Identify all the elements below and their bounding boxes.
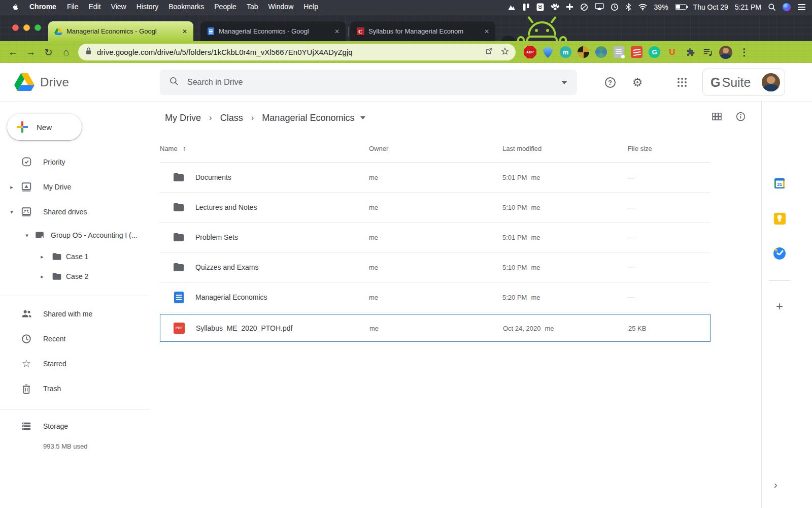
bars-status-icon[interactable] <box>523 2 530 12</box>
wifi-status-icon[interactable] <box>638 2 648 12</box>
search-options-caret-icon[interactable] <box>561 78 568 87</box>
google-keep-icon[interactable] <box>773 212 786 225</box>
open-in-new-icon[interactable] <box>485 47 493 57</box>
time-machine-status-icon[interactable] <box>611 2 619 12</box>
breadcrumb-class[interactable]: Class <box>220 113 243 123</box>
gold-coin-extension-icon[interactable] <box>577 46 590 58</box>
tab-close-icon[interactable]: ✕ <box>181 28 188 35</box>
circle-slash-status-icon[interactable] <box>580 2 588 12</box>
forward-button[interactable]: → <box>22 44 40 61</box>
sidebar-item-my-drive[interactable]: ▸ My Drive <box>0 174 150 199</box>
search-icon[interactable] <box>169 76 179 88</box>
sort-by-name-header[interactable]: Name↑ <box>160 144 186 152</box>
file-size-header[interactable]: File size <box>628 144 652 152</box>
notes-extension-icon[interactable] <box>613 46 625 58</box>
spotlight-icon[interactable] <box>768 2 776 12</box>
file-row-managerial-economics-doc[interactable]: Managerial Economics me 5:20 PMme — <box>160 282 710 312</box>
menu-edit[interactable]: Edit <box>83 0 106 14</box>
menu-history[interactable]: History <box>131 0 164 14</box>
menubar-date[interactable]: Thu Oct 29 <box>693 3 728 11</box>
sidebar-item-shared-with-me[interactable]: Shared with me <box>0 301 150 326</box>
google-tasks-icon[interactable] <box>773 247 786 260</box>
apple-menu[interactable] <box>6 3 24 11</box>
globe-extension-icon[interactable] <box>595 46 607 58</box>
notification-center-icon[interactable] <box>797 2 806 12</box>
adblock-plus-extension-icon[interactable]: ABP <box>524 46 536 58</box>
menubar-time[interactable]: 5:21 PM <box>735 3 761 11</box>
sidebar-item-case-2[interactable]: ▸ Case 2 <box>0 266 150 286</box>
blue-shield-extension-icon[interactable] <box>542 46 554 58</box>
file-row-lectures-and-notes[interactable]: Lectures and Notes me 5:10 PMme — <box>160 193 710 223</box>
collapse-caret-icon[interactable]: ▾ <box>8 208 15 215</box>
folder-actions-caret-icon[interactable] <box>360 116 365 119</box>
grammarly-extension-icon[interactable]: G <box>649 46 660 58</box>
sidebar-item-group-o5[interactable]: ▾ Group O5 - Accounting I (... <box>0 224 150 246</box>
sidebar-item-trash[interactable]: Trash <box>0 376 150 401</box>
file-row-quizzes-and-exams[interactable]: Quizzes and Exams me 5:10 PMme — <box>160 252 710 282</box>
menu-people[interactable]: People <box>209 0 242 14</box>
chrome-menu-icon[interactable]: ⋮ <box>737 46 751 58</box>
file-row-problem-sets[interactable]: Problem Sets me 5:01 PMme — <box>160 223 710 252</box>
mountain-status-icon[interactable] <box>507 2 516 12</box>
sidebar-item-starred[interactable]: ☆ Starred <box>0 351 150 376</box>
info-icon[interactable] <box>735 111 746 124</box>
sidebar-item-storage[interactable]: Storage <box>0 414 150 438</box>
back-button[interactable]: ← <box>4 44 22 61</box>
battery-icon[interactable] <box>675 4 687 10</box>
new-button[interactable]: New <box>7 114 82 140</box>
expand-caret-icon[interactable]: ▸ <box>39 253 46 260</box>
airplay-status-icon[interactable] <box>595 2 604 12</box>
close-window-button[interactable] <box>12 24 19 31</box>
search-input[interactable] <box>186 77 561 87</box>
bluetooth-status-icon[interactable] <box>625 2 631 12</box>
zoom-window-button[interactable] <box>35 24 41 31</box>
sidebar-item-case-1[interactable]: ▸ Case 1 <box>0 246 150 266</box>
breadcrumb-current-folder[interactable]: Managerial Economics <box>262 113 354 123</box>
sidebar-item-priority[interactable]: Priority <box>0 149 150 174</box>
last-modified-header[interactable]: Last modified <box>502 144 542 152</box>
grid-view-toggle[interactable] <box>712 112 722 123</box>
orange-u-extension-icon[interactable]: U <box>666 46 679 58</box>
google-apps-grid-button[interactable] <box>674 74 690 90</box>
menu-bookmarks[interactable]: Bookmarks <box>163 0 209 14</box>
account-avatar[interactable] <box>762 73 780 91</box>
help-button[interactable]: ? <box>602 74 618 90</box>
sidebar-item-recent[interactable]: Recent <box>0 326 150 351</box>
checklist-status-icon[interactable] <box>536 2 544 12</box>
todoist-extension-icon[interactable] <box>630 46 643 58</box>
chrome-profile-avatar[interactable] <box>719 46 732 59</box>
menu-window[interactable]: Window <box>263 0 298 14</box>
file-row-documents[interactable]: Documents me 5:01 PMme — <box>160 163 710 193</box>
puzzle-extension-icon[interactable] <box>684 46 696 58</box>
home-button[interactable]: ⌂ <box>57 44 75 61</box>
lock-icon[interactable] <box>85 47 92 57</box>
google-calendar-icon[interactable]: 31 <box>773 177 786 190</box>
menu-tab[interactable]: Tab <box>242 0 263 14</box>
settings-gear-button[interactable]: ⚙ <box>629 74 646 90</box>
owner-header[interactable]: Owner <box>369 144 388 152</box>
drive-logo[interactable]: Drive <box>14 73 69 91</box>
plus-status-icon[interactable] <box>566 2 573 12</box>
reload-button[interactable]: ↻ <box>40 44 57 61</box>
menu-view[interactable]: View <box>106 0 131 14</box>
sidebar-item-shared-drives[interactable]: ▾ Shared drives <box>0 199 150 224</box>
menu-chrome[interactable]: Chrome <box>24 0 62 14</box>
file-row-syllabus-pdf-selected[interactable]: PDF Syllabus_ME_2020_PTOH.pdf me Oct 24,… <box>160 314 710 342</box>
tab-syllabus[interactable]: C Syllabus for Managerial Econom ✕ <box>350 21 495 41</box>
peacock-status-icon[interactable] <box>551 2 559 12</box>
expand-caret-icon[interactable]: ▸ <box>8 183 15 190</box>
collapse-caret-icon[interactable]: ▾ <box>23 232 30 239</box>
address-bar[interactable]: drive.google.com/drive/u/5/folders/1kCkb… <box>78 44 516 60</box>
menu-help[interactable]: Help <box>298 0 323 14</box>
minimize-window-button[interactable] <box>23 24 30 31</box>
get-add-ons-button[interactable]: + <box>773 300 786 313</box>
bookmark-star-icon[interactable] <box>500 47 510 58</box>
teal-m-extension-icon[interactable]: m <box>560 46 571 58</box>
drive-search-bar[interactable] <box>160 70 577 95</box>
music-queue-extension-icon[interactable] <box>701 46 714 58</box>
tab-managerial-economics-drive[interactable]: Managerial Economics - Googl ✕ <box>48 21 193 41</box>
expand-caret-icon[interactable]: ▸ <box>39 273 46 279</box>
breadcrumb-my-drive[interactable]: My Drive <box>165 113 201 123</box>
tab-close-icon[interactable]: ✕ <box>333 28 341 35</box>
collapse-panel-chevron-icon[interactable]: › <box>774 479 777 491</box>
